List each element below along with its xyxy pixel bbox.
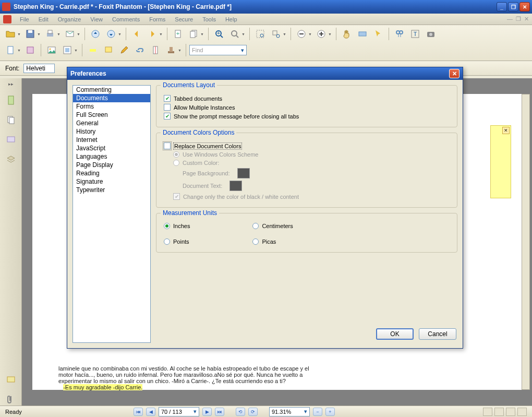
multiple-instances-checkbox[interactable] [164, 104, 171, 111]
zoom-in-btn[interactable]: ▼ [314, 27, 329, 41]
zoom-in-button[interactable]: + [212, 27, 226, 41]
zoom-out-status-button[interactable]: − [313, 408, 322, 416]
form-tool-button[interactable] [23, 43, 38, 57]
open-button[interactable]: ▼ [3, 27, 18, 41]
forward-button[interactable]: ▼ [145, 27, 160, 41]
font-input[interactable] [23, 64, 55, 73]
zoom-out-btn[interactable]: ▼ [294, 27, 309, 41]
attach-button[interactable] [148, 43, 163, 57]
zoom-dropdown-button[interactable]: ▼ [227, 27, 242, 41]
back-button[interactable] [129, 27, 144, 41]
view-continuous-button[interactable] [494, 408, 504, 416]
maximize-button[interactable]: ❐ [508, 2, 518, 11]
mdi-minimize-button[interactable]: — [507, 16, 513, 22]
category-javascript[interactable]: JavaScript [73, 144, 150, 152]
search-combo[interactable]: Find▾ [189, 45, 247, 55]
mdi-close-button[interactable]: ✕ [524, 16, 529, 22]
history-forward-button[interactable]: ⟳ [248, 408, 258, 416]
highlight-button[interactable] [86, 43, 100, 57]
cancel-button[interactable]: Cancel [419, 328, 456, 340]
select-text-button[interactable] [355, 27, 370, 41]
menu-organize[interactable]: Organize [54, 15, 86, 23]
sticky-note[interactable]: ✕ [490, 125, 511, 198]
category-forms[interactable]: Forms [73, 102, 150, 111]
menu-forms[interactable]: Forms [145, 15, 170, 23]
inches-radio[interactable] [164, 223, 170, 229]
close-icon[interactable]: ✕ [502, 127, 510, 134]
stamp-button[interactable]: ▼ [164, 43, 178, 57]
link-button[interactable] [132, 43, 147, 57]
view-continuous-facing-button[interactable] [517, 408, 527, 416]
category-reading[interactable]: Reading [73, 169, 150, 177]
hand-tool-button[interactable] [340, 27, 354, 41]
page-number-combo[interactable]: 70 / 113▾ [159, 407, 199, 416]
category-history[interactable]: History [73, 127, 150, 136]
mdi-restore-button[interactable]: ❐ [516, 16, 521, 22]
ok-button[interactable]: OK [376, 328, 414, 340]
email-button[interactable]: ▼ [63, 27, 77, 41]
category-commenting[interactable]: Commenting [73, 86, 150, 94]
select-tool-button[interactable] [371, 27, 385, 41]
history-back-button[interactable]: ⟲ [236, 408, 245, 416]
prev-page-button[interactable]: ◀ [146, 408, 155, 416]
category-signature[interactable]: Signature [73, 177, 150, 186]
view-facing-button[interactable] [506, 408, 515, 416]
vertical-scrollbar[interactable] [522, 94, 530, 390]
ocr-button[interactable]: ▼ [60, 43, 75, 57]
windows-colors-radio [173, 151, 179, 158]
last-page-button[interactable]: ⏭ [215, 408, 224, 416]
category-general[interactable]: General [73, 119, 150, 127]
category-languages[interactable]: Languages [73, 152, 150, 161]
menu-view[interactable]: View [86, 15, 107, 23]
category-documents[interactable]: Documents [73, 94, 150, 102]
note-button[interactable] [101, 43, 116, 57]
page-insert-button[interactable]: + [171, 27, 185, 41]
category-page-display[interactable]: Page Display [73, 161, 150, 169]
nav-down-button[interactable]: ▼ [104, 27, 118, 41]
zoom-combo[interactable]: 91.31%▾ [269, 407, 310, 416]
preferences-category-list[interactable]: Commenting Documents Forms Full Screen G… [72, 85, 151, 343]
points-radio[interactable] [164, 239, 170, 245]
zoom-in-status-button[interactable]: + [325, 408, 335, 416]
dialog-titlebar[interactable]: Preferences ✕ [67, 67, 463, 80]
collapse-pane-button[interactable]: ▸▸ [8, 81, 14, 87]
close-button[interactable]: ✕ [519, 2, 530, 11]
pencil-button[interactable] [117, 43, 131, 57]
snapshot-button[interactable] [424, 27, 438, 41]
category-typewriter[interactable]: Typewriter [73, 186, 150, 194]
marquee-zoom-button[interactable] [253, 27, 268, 41]
new-doc-button[interactable]: ▼ [3, 43, 18, 57]
pages-icon[interactable] [5, 114, 17, 126]
centimeters-radio[interactable] [252, 223, 259, 229]
loupe-button[interactable]: ▼ [269, 27, 283, 41]
find-button[interactable] [392, 27, 407, 41]
menu-comments[interactable]: Comments [108, 15, 144, 23]
nav-up-button[interactable] [88, 27, 103, 41]
text-tool-button[interactable]: T [408, 27, 422, 41]
menu-file[interactable]: File [16, 15, 33, 23]
menu-help[interactable]: Help [221, 15, 241, 23]
menu-tools[interactable]: Tools [198, 15, 220, 23]
image-button[interactable] [44, 43, 59, 57]
save-button[interactable]: ▼ [23, 27, 38, 41]
picas-radio[interactable] [252, 239, 259, 245]
print-button[interactable]: ▼ [43, 27, 57, 41]
view-single-button[interactable] [483, 408, 492, 416]
replace-colors-checkbox[interactable] [164, 142, 171, 149]
menu-secure[interactable]: Secure [171, 15, 197, 23]
comments-icon[interactable] [5, 134, 17, 146]
dialog-close-button[interactable]: ✕ [449, 69, 460, 78]
category-full-screen[interactable]: Full Screen [73, 111, 150, 119]
bookmarks-icon[interactable] [5, 94, 17, 106]
category-internet[interactable]: Internet [73, 136, 150, 144]
layers-icon[interactable] [5, 153, 17, 166]
pages-button[interactable]: ▼ [186, 27, 201, 41]
menu-edit[interactable]: Edit [34, 15, 53, 23]
signatures-icon[interactable] [5, 373, 17, 386]
attachments-icon[interactable] [5, 393, 17, 406]
next-page-button[interactable]: ▶ [202, 408, 212, 416]
prompt-close-tabs-checkbox[interactable]: ✔ [164, 113, 171, 120]
tabbed-documents-checkbox[interactable]: ✔ [164, 95, 171, 102]
first-page-button[interactable]: ⏮ [134, 408, 143, 416]
minimize-button[interactable]: _ [497, 2, 507, 11]
